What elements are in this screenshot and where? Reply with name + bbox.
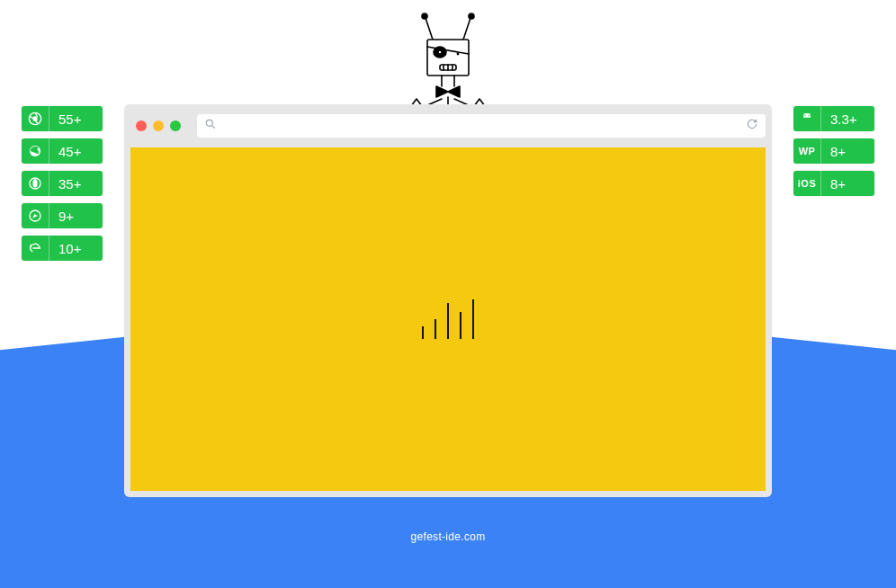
badge-firefox: 45+: [22, 138, 103, 164]
refresh-icon[interactable]: [746, 118, 758, 134]
svg-point-1: [422, 13, 427, 19]
browser-viewport: [130, 147, 766, 491]
browser-support-left: 55+ 45+ 35+ 9+ 10+: [22, 106, 103, 261]
badge-windows-phone: WP 8+: [793, 138, 874, 164]
window-close-dot[interactable]: [136, 120, 147, 131]
badge-safari: 9+: [22, 203, 103, 228]
window-minimize-dot[interactable]: [153, 120, 164, 131]
wp-text: WP: [799, 146, 816, 156]
svg-point-7: [439, 51, 441, 53]
chrome-icon: [22, 106, 49, 131]
ios-text-icon: iOS: [793, 171, 820, 196]
badge-value: 8+: [820, 138, 874, 164]
address-bar[interactable]: [197, 114, 766, 138]
address-input[interactable]: [224, 120, 478, 133]
safari-icon: [22, 203, 49, 228]
svg-point-3: [469, 13, 474, 19]
badge-value: 3.3+: [820, 106, 874, 131]
svg-line-26: [804, 113, 805, 114]
browser-window: [124, 104, 772, 497]
badge-ie: 10+: [22, 236, 103, 261]
svg-point-24: [804, 115, 805, 116]
badge-value: 9+: [49, 203, 103, 228]
badge-value: 8+: [820, 171, 874, 196]
firefox-icon: [22, 138, 49, 164]
ie-icon: [22, 236, 49, 261]
badge-value: 55+: [49, 106, 103, 131]
loading-indicator: [422, 299, 474, 339]
svg-point-22: [32, 179, 37, 187]
browser-titlebar: [130, 111, 766, 141]
badge-value: 45+: [49, 138, 103, 164]
window-zoom-dot[interactable]: [170, 120, 181, 131]
footer-site-label: gefest-ide.com: [411, 530, 486, 543]
badge-ios: iOS 8+: [793, 171, 874, 196]
svg-line-2: [463, 18, 470, 40]
robot-mascot: [390, 13, 506, 116]
svg-point-25: [808, 115, 809, 116]
search-icon: [204, 118, 217, 134]
badge-chrome: 55+: [22, 106, 103, 131]
opera-icon: [22, 171, 49, 196]
badge-android: 3.3+: [793, 106, 874, 131]
badge-value: 35+: [49, 171, 103, 196]
svg-line-29: [212, 126, 215, 129]
ios-text: iOS: [798, 178, 816, 189]
svg-line-0: [426, 18, 433, 40]
badge-opera: 35+: [22, 171, 103, 196]
wp-text-icon: WP: [793, 138, 820, 164]
badge-value: 10+: [49, 236, 103, 261]
svg-line-27: [809, 113, 810, 114]
android-icon: [793, 106, 820, 131]
traffic-lights: [136, 120, 181, 131]
svg-point-28: [206, 120, 212, 126]
platform-support-right: 3.3+ WP 8+ iOS 8+: [793, 106, 874, 196]
svg-point-8: [457, 53, 460, 56]
